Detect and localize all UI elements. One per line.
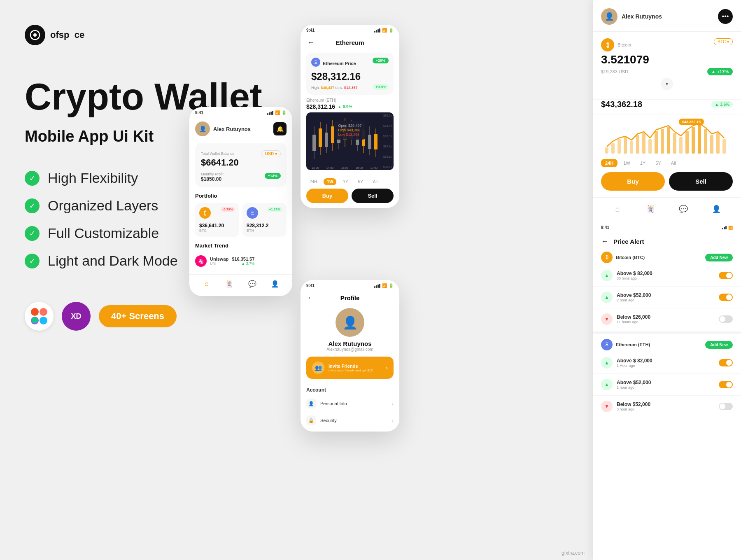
btc-up-badge: ▲ +17% bbox=[707, 68, 733, 75]
tab-24h[interactable]: 24H bbox=[601, 159, 618, 167]
rnav-card[interactable]: 🃏 bbox=[643, 202, 658, 217]
add-new-eth-button[interactable]: Add New bbox=[705, 341, 733, 349]
account-item-2[interactable]: 🔒 Security › bbox=[306, 412, 394, 429]
tab-5y[interactable]: 5Y bbox=[651, 159, 665, 167]
btc-widget-name: Bitcoin bbox=[618, 42, 631, 47]
wifi-icon-profile: 📶 bbox=[382, 283, 387, 288]
toggle-3[interactable] bbox=[719, 315, 733, 323]
btc-price2-row: $43,362.18 ▲ 3.6% bbox=[601, 100, 733, 109]
toggle-1[interactable] bbox=[719, 272, 733, 279]
figma-badge[interactable] bbox=[25, 302, 54, 331]
tab-1w[interactable]: 1W bbox=[619, 159, 634, 167]
feature-text-layers: Organized Layers bbox=[48, 198, 158, 214]
trade-buttons-eth: Buy Sell bbox=[306, 189, 394, 203]
phone-time-eth: 9:41 bbox=[306, 28, 315, 33]
alert-info-2: Above $52,000 2 hour ago bbox=[617, 292, 715, 302]
tab-1y[interactable]: 1Y bbox=[636, 159, 650, 167]
phone-status-bar-profile: 9:41 📶 🔋 bbox=[301, 280, 399, 289]
nav-profile[interactable]: 👤 bbox=[270, 279, 280, 289]
invite-card[interactable]: 👥 Invite Friends Invite your friends and… bbox=[306, 357, 394, 379]
back-button-profile[interactable]: ← bbox=[307, 294, 315, 302]
eth-alert-icon: Ξ bbox=[601, 339, 613, 350]
signal-icon-eth bbox=[374, 28, 380, 33]
filter-all[interactable]: All bbox=[370, 178, 381, 185]
invite-sub: Invite your friends and get $12 bbox=[329, 369, 382, 372]
rnav-chat[interactable]: 💬 bbox=[676, 202, 691, 217]
nav-chat[interactable]: 💬 bbox=[247, 279, 257, 289]
eth-eth-label: Ethereum (ETH) bbox=[306, 98, 352, 103]
right-menu-icon[interactable]: ••• bbox=[718, 9, 733, 24]
svg-rect-15 bbox=[319, 128, 322, 147]
btc-alert-header: ₿ Bitcoin (BTC) Add New bbox=[593, 250, 741, 266]
rnav-home[interactable]: ⌂ bbox=[610, 202, 625, 217]
alert-back-button[interactable]: ← bbox=[601, 237, 608, 246]
alert-item-eth-2: ▲ Above $52,000 1 hour ago bbox=[593, 376, 741, 394]
xd-badge[interactable]: XD bbox=[62, 302, 91, 331]
market-item-uni[interactable]: 🦄 Uniswap UNI $16,351.57 ▲ 3.7% bbox=[195, 253, 287, 269]
svg-rect-17 bbox=[325, 133, 328, 147]
wallet-header-row: Total Wallet Balance USD ▾ bbox=[201, 150, 281, 157]
wallet-card: Total Wallet Balance USD ▾ $6641.20 Mont… bbox=[195, 143, 287, 187]
phone-eth: 9:41 📶 🔋 ← Ethereum Ξ Ethereum Price +20… bbox=[301, 25, 399, 208]
profit-amount: $1850.00 bbox=[201, 176, 224, 182]
line-chart-area: $43,362.18 bbox=[593, 114, 741, 156]
alert-time-eth-1: 1 Hour ago bbox=[617, 364, 715, 368]
btc-badge2-text: 3.6% bbox=[720, 102, 729, 107]
market-title: Market Trend bbox=[195, 243, 287, 249]
expand-button[interactable]: ▾ bbox=[661, 78, 673, 90]
back-button-eth[interactable]: ← bbox=[307, 38, 315, 47]
toggle-eth-1[interactable] bbox=[719, 359, 733, 366]
screens-badge[interactable]: 40+ Screens bbox=[99, 305, 177, 327]
toggle-2[interactable] bbox=[719, 294, 733, 301]
svg-rect-35 bbox=[611, 143, 615, 154]
alert-price-eth-3: Below $52,000 bbox=[617, 401, 715, 407]
screens-label: 40+ Screens bbox=[111, 311, 164, 321]
svg-rect-36 bbox=[618, 139, 621, 154]
eth-alert-name: Ethereum (ETH) bbox=[616, 342, 650, 347]
toggle-eth-3[interactable] bbox=[719, 403, 733, 410]
right-sell-button[interactable]: Sell bbox=[669, 172, 733, 191]
eth-portfolio-card[interactable]: Ξ +1.32% $28,312.2 ETH bbox=[242, 203, 287, 237]
svg-rect-44 bbox=[667, 127, 670, 154]
filter-1y[interactable]: 1Y bbox=[340, 178, 351, 185]
xd-label: XD bbox=[71, 312, 81, 321]
currency-badge[interactable]: USD ▾ bbox=[261, 150, 281, 157]
profile-name: Alex Rutuynos bbox=[301, 340, 399, 347]
account-item-1[interactable]: 👤 Personal Info › bbox=[306, 395, 394, 412]
rnav-profile[interactable]: 👤 bbox=[709, 202, 724, 217]
notification-button[interactable]: 🔔 bbox=[273, 122, 287, 135]
svg-rect-39 bbox=[636, 135, 639, 154]
svg-rect-49 bbox=[698, 125, 701, 154]
eth-high: $40,437 bbox=[321, 86, 335, 90]
svg-rect-47 bbox=[685, 131, 689, 154]
profit-label: Monthly Profit bbox=[201, 172, 224, 176]
invite-icon: 👥 bbox=[312, 362, 324, 374]
btc-dropdown[interactable]: BTC ▾ bbox=[714, 38, 733, 45]
eth-screen-header: ← Ethereum bbox=[301, 34, 399, 49]
buy-button-eth[interactable]: Buy bbox=[306, 189, 348, 203]
uni-prices: $16,351.57 ▲ 3.7% bbox=[232, 257, 254, 266]
filter-1w[interactable]: 1W bbox=[324, 178, 336, 185]
nav-card[interactable]: 🃏 bbox=[224, 279, 234, 289]
eth-up-value: ▲ 0.9% bbox=[338, 105, 352, 109]
nav-home[interactable]: ⌂ bbox=[202, 279, 212, 289]
ethereum-icon: Ξ bbox=[247, 207, 258, 219]
right-buy-button[interactable]: Buy bbox=[601, 172, 665, 191]
btc-symbol: BTC bbox=[199, 229, 235, 233]
account-section: Account 👤 Personal Info › 🔒 Security › bbox=[301, 383, 399, 432]
sell-button-eth[interactable]: Sell bbox=[352, 189, 394, 203]
user-name-main: Alex Rutuynos bbox=[213, 126, 251, 132]
wifi-alert-icon: 📶 bbox=[728, 226, 733, 230]
filter-24h[interactable]: 24H bbox=[306, 178, 320, 185]
add-new-btc-button[interactable]: Add New bbox=[705, 254, 733, 261]
uni-symbol: UNI bbox=[210, 261, 228, 266]
tab-all[interactable]: All bbox=[667, 159, 680, 167]
eth-price: $28,312.2 bbox=[247, 223, 282, 229]
filter-5y[interactable]: 5Y bbox=[355, 178, 366, 185]
eth-title: Ethereum bbox=[336, 39, 364, 46]
time-tabs-right: 24H 1W 1Y 5Y All bbox=[593, 156, 741, 172]
logo-icon bbox=[25, 25, 45, 45]
btc-portfolio-card[interactable]: ₿ -0.79% $36,641.20 BTC bbox=[195, 203, 239, 237]
toggle-eth-2[interactable] bbox=[719, 381, 733, 388]
eth-symbol: ETH bbox=[247, 229, 282, 233]
